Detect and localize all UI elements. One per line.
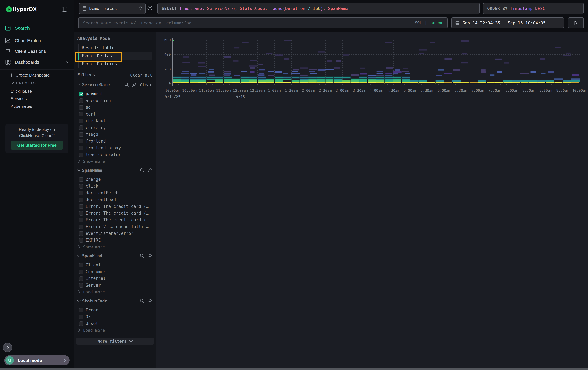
filter-group-clear-button[interactable]: Clear bbox=[140, 82, 152, 87]
filter-checkbox-row[interactable]: frontend bbox=[77, 138, 152, 144]
sidebar-item-search[interactable]: Search bbox=[0, 23, 74, 33]
checkbox[interactable] bbox=[79, 177, 84, 182]
checkbox[interactable] bbox=[79, 263, 84, 267]
sidebar-preset-services[interactable]: Services bbox=[11, 95, 27, 102]
sidebar-item-dashboards[interactable]: Dashboards bbox=[0, 57, 74, 67]
filter-group-header[interactable]: StatusCode bbox=[77, 298, 152, 303]
mode-toggle-sql[interactable]: SQL bbox=[415, 20, 422, 25]
more-filters-button[interactable]: More filters bbox=[76, 338, 154, 345]
pin-icon[interactable] bbox=[147, 253, 152, 258]
search-input[interactable] bbox=[83, 20, 412, 26]
filter-checkbox-row[interactable]: Internal bbox=[77, 275, 152, 282]
filter-group-header[interactable]: ServiceName Clear bbox=[77, 82, 152, 87]
filter-checkbox-row[interactable]: Unset bbox=[77, 320, 152, 327]
checkbox[interactable] bbox=[79, 204, 84, 209]
show-more-button[interactable]: Load more bbox=[77, 327, 152, 333]
filter-checkbox-row[interactable]: checkout bbox=[77, 117, 152, 124]
create-dashboard-button[interactable]: Create Dashboard bbox=[10, 71, 50, 79]
checkbox[interactable] bbox=[79, 146, 84, 150]
checkbox[interactable] bbox=[79, 191, 84, 195]
filter-checkbox-row[interactable]: currency bbox=[77, 124, 152, 131]
mode-toggle-lucene[interactable]: Lucene bbox=[430, 20, 443, 25]
filter-checkbox-row[interactable]: flagd bbox=[77, 131, 152, 138]
presets-toggle[interactable]: PRESETS bbox=[11, 80, 36, 86]
sidebar-preset-clickhouse[interactable]: ClickHouse bbox=[11, 88, 32, 95]
checkbox[interactable] bbox=[79, 152, 84, 157]
filter-checkbox-row[interactable]: Consumer bbox=[77, 268, 152, 275]
sidebar-preset-kubernetes[interactable]: Kubernetes bbox=[11, 103, 32, 110]
checkbox[interactable] bbox=[79, 119, 84, 123]
checkbox[interactable] bbox=[79, 321, 84, 326]
chart-icon bbox=[5, 38, 11, 43]
checkbox[interactable] bbox=[79, 112, 84, 116]
checkbox[interactable] bbox=[79, 308, 84, 312]
show-more-button[interactable]: Show more bbox=[77, 158, 152, 164]
checkbox[interactable] bbox=[79, 139, 84, 143]
search-icon[interactable] bbox=[140, 299, 144, 303]
checkbox[interactable] bbox=[79, 218, 84, 222]
analysis-mode-option[interactable]: Event Deltas bbox=[78, 52, 152, 60]
checkbox[interactable] bbox=[79, 91, 84, 96]
show-more-button[interactable]: Show more bbox=[77, 244, 152, 250]
filter-checkbox-row[interactable]: Client bbox=[77, 261, 152, 268]
run-query-button[interactable] bbox=[568, 17, 584, 28]
sql-select-editor[interactable]: SELECT Timestamp, ServiceName, StatusCod… bbox=[158, 3, 480, 14]
sidebar-item-client-sessions[interactable]: Client Sessions bbox=[0, 46, 74, 56]
checkbox[interactable] bbox=[79, 211, 84, 215]
filter-checkbox-row[interactable]: eventListener.error bbox=[77, 230, 152, 237]
analysis-mode-option[interactable]: Event Patterns bbox=[78, 60, 152, 68]
filter-checkbox-row[interactable]: EXPIRE bbox=[77, 237, 152, 244]
filter-checkbox-row[interactable]: Server bbox=[77, 282, 152, 289]
checkbox[interactable] bbox=[79, 125, 84, 130]
filter-checkbox-row[interactable]: Error: The credit card (… bbox=[77, 203, 152, 210]
search-icon[interactable] bbox=[140, 253, 144, 258]
filter-checkbox-row[interactable]: Error bbox=[77, 307, 152, 313]
horizontal-scrollbar[interactable] bbox=[0, 368, 588, 370]
filter-checkbox-row[interactable]: ad bbox=[77, 104, 152, 111]
clear-all-button[interactable]: Clear all bbox=[130, 72, 152, 77]
sidebar-item-chart-explorer[interactable]: Chart Explorer bbox=[0, 36, 74, 45]
checkbox[interactable] bbox=[79, 314, 84, 319]
filter-checkbox-row[interactable]: documentFetch bbox=[77, 190, 152, 196]
help-button[interactable]: ? bbox=[3, 343, 12, 352]
filter-checkbox-row[interactable]: cart bbox=[77, 111, 152, 117]
filter-checkbox-row[interactable]: Error: Visa cache full: … bbox=[77, 223, 152, 230]
pin-icon[interactable] bbox=[147, 168, 152, 172]
source-select[interactable]: Demo Traces bbox=[79, 3, 146, 14]
sidebar-collapse-icon[interactable] bbox=[62, 7, 67, 11]
filter-checkbox-row[interactable]: accounting bbox=[77, 97, 152, 104]
order-by-editor[interactable]: ORDER BY Timestamp DESC bbox=[483, 3, 584, 14]
user-menu-button[interactable]: U Local mode bbox=[4, 355, 70, 366]
filter-group-header[interactable]: SpanKind bbox=[77, 253, 152, 258]
search-icon[interactable] bbox=[125, 82, 129, 87]
pin-icon[interactable] bbox=[132, 82, 137, 87]
filter-checkbox-row[interactable]: documentLoad bbox=[77, 196, 152, 203]
checkbox[interactable] bbox=[79, 231, 84, 236]
checkbox[interactable] bbox=[79, 283, 84, 288]
filter-checkbox-row[interactable]: Ok bbox=[77, 313, 152, 320]
filter-checkbox-row[interactable]: Error: The credit card (… bbox=[77, 217, 152, 223]
checkbox[interactable] bbox=[79, 197, 84, 202]
filter-checkbox-row[interactable]: frontend-proxy bbox=[77, 144, 152, 151]
checkbox[interactable] bbox=[79, 132, 84, 137]
time-range-picker[interactable]: Sep 14 22:04:35 - Sep 15 10:04:35 bbox=[452, 17, 564, 28]
checkbox[interactable] bbox=[79, 224, 84, 229]
filter-group-header[interactable]: SpanName bbox=[77, 168, 152, 173]
filter-checkbox-row[interactable]: click bbox=[77, 183, 152, 190]
checkbox[interactable] bbox=[79, 270, 84, 274]
checkbox[interactable] bbox=[79, 105, 84, 110]
show-more-button[interactable]: Load more bbox=[77, 289, 152, 295]
analysis-mode-option[interactable]: Results Table bbox=[78, 44, 152, 52]
gear-icon[interactable] bbox=[147, 5, 153, 11]
filter-checkbox-row[interactable]: change bbox=[77, 176, 152, 183]
checkbox[interactable] bbox=[79, 276, 84, 281]
filter-checkbox-row[interactable]: load-generator bbox=[77, 151, 152, 158]
pin-icon[interactable] bbox=[147, 299, 152, 303]
checkbox[interactable] bbox=[79, 184, 84, 188]
checkbox[interactable] bbox=[79, 238, 84, 242]
filter-checkbox-row[interactable]: Error: The credit card (… bbox=[77, 210, 152, 217]
get-started-button[interactable]: Get Started for Free bbox=[11, 141, 63, 150]
filter-checkbox-row[interactable]: payment bbox=[77, 90, 152, 97]
search-icon[interactable] bbox=[140, 168, 144, 172]
checkbox[interactable] bbox=[79, 98, 84, 103]
